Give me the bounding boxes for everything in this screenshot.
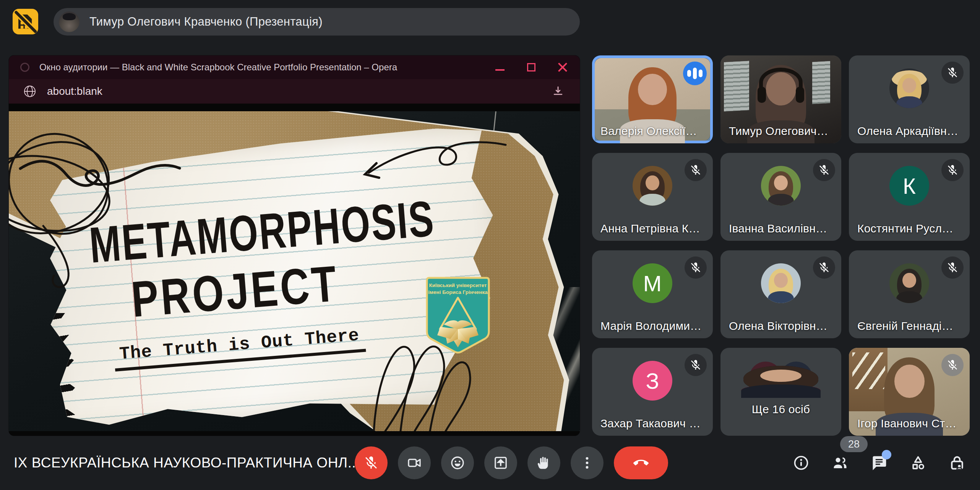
participant-tile[interactable]: ЗЗахар Такаович … [592,348,713,436]
overflow-avatars [720,362,841,394]
emoji-icon [450,455,465,471]
activities-button[interactable] [909,454,927,472]
participant-name: Олена Аркадіївн… [857,125,958,138]
participant-name: Захар Такаович … [600,417,701,430]
mic-muted-badge [941,256,964,279]
presentation-slide: METAMORPHOSIS PROJECT The Truth is Out T… [9,111,580,431]
people-button[interactable]: 28 [831,454,849,472]
mic-muted-badge [941,159,964,181]
slide-subtitle: The Truth is Out There [113,325,366,372]
participant-tile[interactable]: Ще 16 осіб [720,348,841,436]
camera-button[interactable] [398,446,431,479]
participant-name: Ігор Іванович Ст… [857,417,957,430]
participants-count-badge: 28 [840,436,868,452]
present-button[interactable] [484,446,517,479]
participant-tile[interactable]: Іванна Василівн… [720,153,841,241]
chat-notification-dot [882,450,891,459]
participant-avatar [889,263,929,303]
mic-off-icon [690,359,702,371]
presenter-avatar [59,11,80,32]
mic-off-icon [690,261,702,274]
svg-text:імені Бориса Грінченка: імені Бориса Грінченка [428,289,488,295]
participant-name: Олена Вікторівн… [729,320,827,333]
info-icon [793,454,810,471]
participant-tile[interactable]: ММарія Володими… [592,250,713,338]
participant-avatar [633,166,672,206]
mic-muted-badge [685,159,707,181]
participants-grid: Валерія Олексії…Тимур Олегович…Олена Арк… [592,55,970,436]
participant-tile[interactable]: Олена Вікторівн… [720,250,841,338]
speaking-indicator-icon [683,62,707,85]
participant-name: Марія Володими… [600,320,702,333]
close-button[interactable] [557,62,568,73]
mic-off-icon [690,164,702,176]
shared-screen-window: Окно аудитории — Black and White Scrapbo… [9,55,580,436]
activities-icon [910,454,926,471]
presenter-banner[interactable]: Тимур Олегович Кравченко (Презентація) [54,8,580,36]
minimize-button[interactable] [494,62,506,73]
mic-muted-badge [813,159,835,181]
mic-off-icon [946,67,959,79]
download-icon[interactable] [552,85,565,98]
participant-tile[interactable]: Валерія Олексії… [592,55,713,143]
mic-muted-badge [685,354,707,376]
raise-hand-button[interactable] [527,446,560,479]
university-crest: Київський університет імені Бориса Грінч… [425,276,490,354]
videocam-icon [407,455,422,471]
mic-muted-badge [813,256,835,279]
address-bar[interactable]: about:blank [9,79,580,104]
participant-name: Костянтин Русл… [857,222,953,235]
host-lock-icon [949,454,965,471]
participant-avatar: М [633,263,672,303]
end-call-icon [633,455,649,471]
participant-tile[interactable]: Анна Петрівна К… [592,153,713,241]
headphones [759,68,803,97]
presentation-off-icon [13,9,38,34]
svg-text:Київський університет: Київський університет [429,282,487,288]
webpage-area: METAMORPHOSIS PROJECT The Truth is Out T… [9,104,580,436]
mic-off-icon [946,359,959,371]
participant-name: Валерія Олексії… [600,125,697,138]
participant-tile[interactable]: ККостянтин Русл… [849,153,970,241]
participant-name: Євгеній Геннаді… [857,320,953,333]
opera-logo-icon [20,63,29,72]
participant-avatar: З [633,361,672,401]
meet-app: Тимур Олегович Кравченко (Презентація) О… [0,0,980,490]
participant-tile[interactable]: Олена Аркадіївн… [849,55,970,143]
meet-toolbar: ІХ ВСЕУКРАЇНСЬКА НАУКОВО-ПРАКТИЧНА ОНЛ..… [0,436,980,490]
participant-name: Іванна Василівн… [729,222,827,235]
reactions-button[interactable] [441,446,474,479]
meeting-title: ІХ ВСЕУКРАЇНСЬКА НАУКОВО-ПРАКТИЧНА ОНЛ..… [14,455,360,471]
meeting-details-button[interactable] [792,454,810,472]
stop-presentation-button[interactable] [13,9,38,34]
mic-muted-badge [941,62,964,84]
participant-avatar [889,68,929,108]
mic-muted-badge [685,256,707,279]
end-call-button[interactable] [614,446,668,479]
participant-name: Анна Петрівна К… [600,222,700,235]
more-options-button[interactable] [571,446,604,479]
presenter-name: Тимур Олегович Кравченко (Презентація) [89,15,323,29]
participant-tile[interactable]: Ігор Іванович Ст… [849,348,970,436]
maximize-button[interactable] [526,62,537,73]
mic-off-icon [946,164,959,176]
participant-avatar: К [889,166,929,206]
mic-button[interactable] [355,446,388,479]
opera-titlebar: Окно аудитории — Black and White Scrapbo… [9,55,580,79]
people-icon [832,454,849,471]
url-text: about:blank [47,85,102,97]
raise-hand-icon [536,455,552,471]
host-controls-button[interactable] [948,454,966,472]
participant-name: Ще 16 осіб [720,403,841,416]
window-title: Окно аудитории — Black and White Scrapbo… [39,62,397,73]
mic-off-icon [363,455,379,471]
participant-tile[interactable]: Тимур Олегович… [720,55,841,143]
participant-tile[interactable]: Євгеній Геннаді… [849,250,970,338]
more-vert-icon [579,455,595,471]
mic-off-icon [818,164,830,176]
mic-off-icon [818,261,830,274]
participant-name: Тимур Олегович… [729,125,828,138]
participant-avatar [761,263,801,303]
mic-off-icon [946,261,959,274]
chat-button[interactable] [870,454,888,472]
